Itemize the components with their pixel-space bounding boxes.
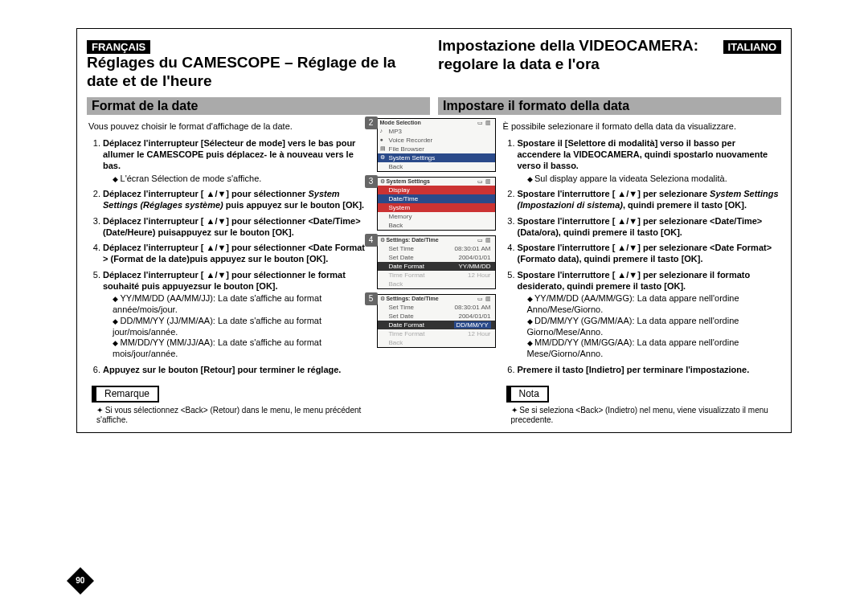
section-fr: Format de la date [87, 97, 430, 115]
steps-fr: Déplacez l'interrupteur [Sélecteur de mo… [103, 138, 367, 375]
step-bubble-3: 3 [365, 175, 378, 188]
section-it: Impostare il formato della data [438, 97, 781, 115]
column-fr: Vous pouvez choisir le format d'affichag… [87, 118, 367, 426]
header-row: FRANÇAIS Réglages du CAMESCOPE – Réglage… [87, 37, 781, 96]
intro-fr: Vous pouvez choisir le format d'affichag… [88, 121, 367, 133]
intro-it: È possibile selezionare il formato della… [503, 121, 782, 133]
steps-it: Spostare il [Selettore di modalità] vers… [518, 138, 782, 375]
title-fr: Réglages du CAMESCOPE – Réglage de la da… [87, 54, 430, 91]
column-it: È possibile selezionare il formato della… [502, 118, 782, 426]
screen-3: ⚙ System Settings▭ ▥ Display Date/Time S… [377, 177, 496, 231]
note-label-fr: Remarque [92, 386, 159, 403]
note-label-it: Nota [506, 386, 549, 403]
page-number-badge: 90 [67, 567, 94, 595]
step-bubble-2: 2 [365, 116, 378, 129]
lang-badge-it: ITALIANO [723, 40, 781, 54]
screen-2: Mode Selection▭ ▥ ♪MP3 ●Voice Recorder ▤… [377, 118, 496, 172]
manual-page: FRANÇAIS Réglages du CAMESCOPE – Réglage… [76, 28, 792, 433]
note-fr: Si vous sélectionnez <Back> (Retour) dan… [96, 406, 367, 426]
screen-5: ⚙ Settings: Date/Time▭ ▥ Set Time08:30:0… [377, 294, 496, 348]
screen-4: ⚙ Settings: Date/Time▭ ▥ Set Time08:30:0… [377, 235, 496, 289]
note-it: Se si seleziona <Back> (Indietro) nel me… [511, 406, 782, 426]
step-bubble-4: 4 [365, 234, 378, 247]
screenshots-column: 2 Mode Selection▭ ▥ ♪MP3 ●Voice Recorder… [372, 118, 497, 426]
step-bubble-5: 5 [365, 292, 378, 305]
lang-badge-fr: FRANÇAIS [87, 40, 150, 54]
